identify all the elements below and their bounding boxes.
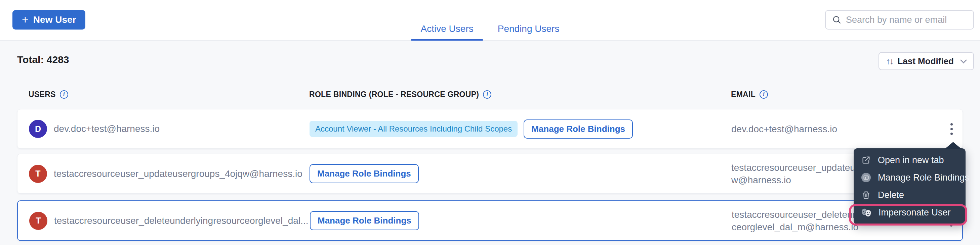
manage-role-bindings-button[interactable]: Manage Role Bindings: [310, 164, 419, 183]
table-header-row: USERS i ROLE BINDING (ROLE - RESOURCE GR…: [17, 88, 963, 101]
user-cell: T testaccresourceuser_updateusergroups_4…: [18, 165, 309, 183]
plus-icon: +: [22, 14, 29, 25]
users-header-label: USERS: [29, 90, 56, 99]
tab-active-users[interactable]: Active Users: [411, 24, 483, 41]
info-icon[interactable]: i: [60, 90, 68, 99]
menu-item-manage-role-bindings[interactable]: Manage Role Bindings: [854, 169, 966, 186]
sort-label: Last Modified: [897, 56, 954, 66]
search-icon: [832, 15, 842, 25]
role-binding-badge: Account Viewer - All Resources Including…: [310, 121, 517, 137]
email-cell: dev.doc+test@harness.io: [731, 123, 942, 135]
user-cell: D dev.doc+test@harness.io: [18, 120, 309, 138]
tab-pending-users[interactable]: Pending Users: [488, 24, 569, 41]
trash-icon: [861, 190, 871, 200]
role-binding-cell: Manage Role Bindings: [309, 211, 732, 230]
sort-arrows-icon: ↑↓: [886, 56, 892, 66]
avatar: D: [29, 120, 47, 138]
manage-role-bindings-button[interactable]: Manage Role Bindings: [310, 211, 419, 230]
email-header-label: EMAIL: [731, 90, 756, 99]
menu-item-open-in-new-tab[interactable]: Open in new tab: [854, 151, 966, 169]
row-context-menu: Open in new tab Manage Role Bindings: [854, 149, 966, 224]
column-header-email: EMAIL i: [731, 90, 943, 99]
impersonate-masks-icon: [861, 207, 872, 218]
new-user-button-label: New User: [33, 14, 76, 25]
column-header-users: USERS i: [17, 90, 309, 99]
menu-item-label: Open in new tab: [878, 155, 944, 166]
table-row[interactable]: D dev.doc+test@harness.io Account Viewer…: [17, 109, 963, 149]
role-binding-cell: Account Viewer - All Resources Including…: [309, 120, 731, 139]
open-in-new-tab-icon: [861, 155, 871, 165]
user-name: testaccresourceuser_updateusergroups_4oj…: [54, 169, 302, 179]
content-area: Total: 4283 ↑↓ Last Modified USERS i ROL…: [0, 41, 980, 245]
menu-item-impersonate-user[interactable]: Impersonate User: [854, 204, 966, 221]
role-binding-cell: Manage Role Bindings: [309, 164, 731, 183]
user-name: dev.doc+test@harness.io: [54, 123, 160, 134]
row-menu-kebab-icon[interactable]: [942, 120, 961, 138]
avatar: T: [29, 212, 48, 230]
sort-dropdown[interactable]: ↑↓ Last Modified: [878, 52, 974, 70]
menu-item-label: Impersonate User: [878, 207, 951, 218]
menu-item-label: Manage Role Bindings: [878, 172, 969, 183]
menu-caret: [945, 142, 961, 149]
info-icon[interactable]: i: [759, 90, 768, 99]
new-user-button[interactable]: + New User: [13, 10, 85, 30]
tab-bar: Active Users Pending Users: [411, 0, 569, 41]
menu-item-label: Delete: [878, 190, 904, 200]
manage-role-bindings-button[interactable]: Manage Role Bindings: [523, 120, 633, 139]
table-row[interactable]: T testaccresourceuser_updateusergroups_4…: [17, 154, 963, 194]
column-header-role-binding: ROLE BINDING (ROLE - RESOURCE GROUP) i: [309, 90, 731, 99]
user-name: testaccresourceuser_deleteunderlyingreso…: [54, 215, 308, 226]
total-count-label: Total: 4283: [17, 54, 69, 65]
table-row-selected[interactable]: T testaccresourceuser_deleteunderlyingre…: [17, 200, 963, 241]
email-line: dev.doc+test@harness.io: [731, 123, 942, 135]
user-management-page: + New User Active Users Pending Users To…: [0, 0, 980, 245]
menu-item-delete[interactable]: Delete: [854, 186, 966, 204]
top-header: + New User Active Users Pending Users: [0, 0, 980, 41]
search-box: [825, 10, 974, 30]
role-bindings-icon: [861, 172, 871, 183]
search-input[interactable]: [842, 11, 973, 29]
info-icon[interactable]: i: [483, 90, 492, 99]
avatar: T: [29, 165, 47, 183]
role-binding-header-label: ROLE BINDING (ROLE - RESOURCE GROUP): [309, 90, 479, 99]
chevron-down-icon: [960, 57, 967, 63]
user-cell: T testaccresourceuser_deleteunderlyingre…: [18, 212, 309, 230]
